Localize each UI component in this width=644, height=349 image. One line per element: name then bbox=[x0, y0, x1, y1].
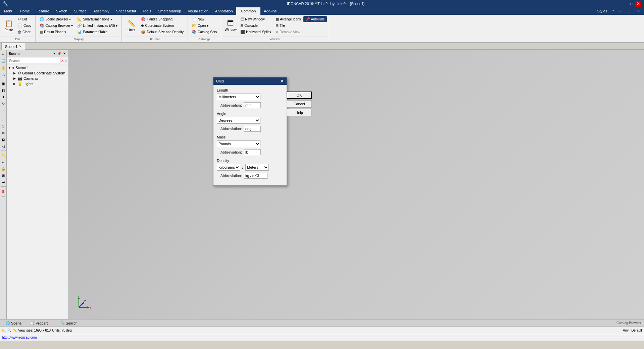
length-select[interactable]: Millimeters Inches Feet Centimeters Mete… bbox=[217, 94, 260, 100]
tree-expand-lights[interactable]: ▶ bbox=[13, 82, 17, 85]
mass-select[interactable]: Pounds Kilograms Grams bbox=[217, 140, 260, 147]
menu-styles[interactable]: Styles bbox=[594, 7, 610, 15]
menu-visualization[interactable]: Visualization bbox=[185, 7, 212, 15]
lt-pan[interactable]: ✋ bbox=[0, 65, 6, 71]
lt-select[interactable]: ↖ bbox=[0, 51, 6, 57]
menu-sketch[interactable]: Sketch bbox=[53, 7, 71, 15]
tree-item-lights[interactable]: ▶ 💡 Lights bbox=[7, 81, 68, 86]
paste-button[interactable]: 📋 Paste bbox=[2, 16, 15, 35]
menu-common[interactable]: Common bbox=[236, 7, 261, 15]
length-abbr-input[interactable] bbox=[244, 102, 261, 108]
dialog-close-button[interactable]: ✕ bbox=[280, 79, 284, 83]
bottom-tab-properties[interactable]: 📋 Properti... bbox=[26, 320, 56, 326]
menu-max2[interactable]: □ bbox=[625, 7, 634, 15]
menu-assembly[interactable]: Assembly bbox=[90, 7, 113, 15]
coordinate-system-button[interactable]: ⊕Coordinate System bbox=[139, 22, 186, 28]
lt-constraint[interactable]: 🔒 bbox=[0, 166, 6, 172]
menu-tools[interactable]: Tools bbox=[139, 7, 155, 15]
lt-chamfer[interactable]: ⬡ bbox=[0, 123, 6, 129]
menu-addins[interactable]: Add-Ins bbox=[260, 7, 280, 15]
units-button[interactable]: 📏 Units bbox=[124, 16, 139, 35]
angle-select[interactable]: Degrees Radians bbox=[217, 117, 260, 124]
help-button[interactable]: Help bbox=[287, 109, 312, 116]
menu-close2[interactable]: ✕ bbox=[634, 7, 643, 15]
lt-measure[interactable]: 📏 bbox=[0, 152, 6, 158]
lt-revolve[interactable]: ↻ bbox=[0, 101, 6, 107]
density-abbr-input[interactable] bbox=[244, 173, 267, 179]
autohide-button[interactable]: 📌AutoHide bbox=[303, 16, 327, 22]
lt-rotate[interactable]: 🔄 bbox=[0, 58, 6, 64]
new-window-button[interactable]: 🗔New Window bbox=[238, 16, 273, 22]
horizontal-split-button[interactable]: ⬛Horizontal Split ▾ bbox=[238, 29, 273, 35]
lt-fillet[interactable]: ◡ bbox=[0, 116, 6, 122]
menu-sheetmetal[interactable]: Sheet Metal bbox=[113, 7, 139, 15]
bottom-tab-search[interactable]: 🔍 Search bbox=[56, 320, 82, 326]
tree-expand-scene1[interactable]: ▼ bbox=[8, 66, 12, 69]
url-text[interactable]: http://www.ironcad.com bbox=[2, 336, 37, 339]
tree-expand-cameras[interactable]: ▶ bbox=[13, 77, 17, 80]
lt-shell[interactable]: ⬕ bbox=[0, 136, 6, 142]
lt-delete[interactable]: 🗑 bbox=[0, 188, 6, 194]
cut-button[interactable]: ✂Cut bbox=[16, 16, 33, 22]
default-size-button[interactable]: 📦Default Size and Density bbox=[139, 29, 186, 35]
mass-abbr-input[interactable] bbox=[244, 149, 261, 155]
remove-view-button[interactable]: ✕Remove View bbox=[274, 29, 303, 35]
panel-dropdown-btn[interactable]: ▾ bbox=[53, 52, 56, 55]
open-catalog-button[interactable]: 📂Open ▾ bbox=[190, 22, 219, 28]
menu-home[interactable]: Home bbox=[17, 7, 33, 15]
lt-hole[interactable]: ⊚ bbox=[0, 130, 6, 136]
new-catalog-button[interactable]: 📄New bbox=[190, 16, 219, 22]
menu-surface[interactable]: Surface bbox=[70, 7, 90, 15]
menu-smartmarkup[interactable]: Smart Markup bbox=[154, 7, 184, 15]
smart-dimensions-button[interactable]: 📐SmartDimensions ▾ bbox=[75, 16, 119, 22]
tree-item-scene1[interactable]: ▼ ● Scene1 bbox=[7, 65, 68, 70]
lt-mirror[interactable]: ⇌ bbox=[0, 179, 6, 185]
angle-abbr-input[interactable] bbox=[244, 126, 261, 132]
urlbar[interactable]: http://www.ironcad.com bbox=[0, 334, 644, 341]
lt-bend[interactable]: ⌒ bbox=[0, 195, 6, 201]
copy-button[interactable]: 📄Copy bbox=[16, 22, 33, 28]
linked-instances-button[interactable]: 🔗Linked Instances (All) ▾ bbox=[75, 22, 119, 28]
clear-button[interactable]: 🗑Clear bbox=[16, 29, 33, 35]
menu-feature[interactable]: Feature bbox=[33, 7, 53, 15]
menu-min2[interactable]: ─ bbox=[615, 7, 625, 15]
menu-annotation[interactable]: Annotation bbox=[212, 7, 236, 15]
cancel-button[interactable]: Cancel bbox=[287, 100, 312, 108]
doc-tab-close[interactable]: ✕ bbox=[19, 45, 21, 48]
restore-button[interactable]: □ bbox=[629, 1, 635, 7]
panel-close-btn[interactable]: ✕ bbox=[62, 52, 66, 55]
window-button[interactable]: 🗔 Window bbox=[223, 16, 238, 35]
lt-zoom[interactable]: 🔍 bbox=[0, 71, 6, 77]
scene-search-input[interactable] bbox=[8, 58, 60, 63]
lt-sphere[interactable]: ⚬ bbox=[0, 107, 6, 113]
tree-expand-gcs[interactable]: ▶ bbox=[13, 71, 17, 75]
lt-extrude[interactable]: ⬆ bbox=[0, 94, 6, 100]
lt-box[interactable]: ▣ bbox=[0, 80, 6, 86]
lt-pattern[interactable]: ⊞ bbox=[0, 172, 6, 178]
search-clear-btn[interactable]: ✕ bbox=[61, 59, 64, 63]
lt-dimension[interactable]: ↔ bbox=[0, 159, 6, 165]
catalog-browser-button[interactable]: 📚Catalog Browser ▾ bbox=[38, 22, 75, 28]
tile-button[interactable]: ⊟Tile bbox=[274, 22, 303, 28]
catalog-sets-button[interactable]: 📚Catalog Sets bbox=[190, 29, 219, 35]
ok-button[interactable]: OK bbox=[287, 92, 312, 99]
bottom-tab-scene[interactable]: 🌐 Scene bbox=[1, 320, 26, 326]
scene-browser-button[interactable]: 🌐Scene Browser ▾ bbox=[38, 16, 75, 22]
search-expand-btn[interactable]: ⊞ bbox=[64, 59, 67, 63]
density-denominator-select[interactable]: Meters Feet Inches bbox=[245, 164, 269, 171]
menu-menu[interactable]: Menu bbox=[1, 7, 17, 15]
density-numerator-select[interactable]: Kilograms Pounds Grams bbox=[217, 164, 240, 171]
tree-item-gcs[interactable]: ▶ ⚙ Global Coordinate System bbox=[7, 70, 68, 76]
doc-tab-scene1[interactable]: Scene1 ✕ bbox=[1, 43, 25, 50]
handle-snapping-button[interactable]: 🎯Handle Snapping bbox=[139, 16, 186, 22]
lt-face[interactable]: ◧ bbox=[0, 87, 6, 93]
tree-item-cameras[interactable]: ▶ 📷 Cameras bbox=[7, 76, 68, 81]
cascade-button[interactable]: ⊞Cascade bbox=[238, 22, 273, 28]
viewport[interactable]: x y z bbox=[69, 50, 644, 319]
arrange-icons-button[interactable]: ▦Arrange Icons bbox=[274, 16, 303, 22]
datum-plane-button[interactable]: ▦Datum Plane ▾ bbox=[38, 29, 75, 35]
lt-draft[interactable]: ◁ bbox=[0, 143, 6, 149]
close-button[interactable]: ✕ bbox=[635, 1, 641, 7]
panel-pin-btn[interactable]: 📌 bbox=[56, 52, 62, 55]
parameter-table-button[interactable]: 📊Parameter Table bbox=[75, 29, 119, 35]
